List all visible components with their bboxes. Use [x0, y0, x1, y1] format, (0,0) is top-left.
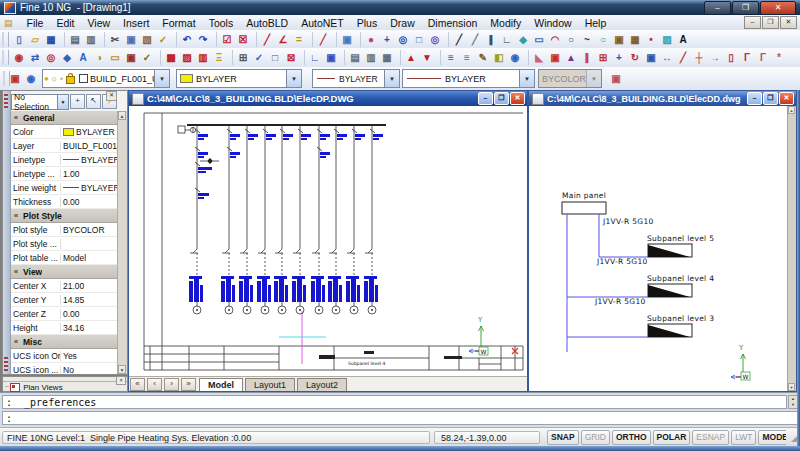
- selection-combo[interactable]: No Selection ▼: [11, 94, 69, 110]
- property-header[interactable]: «Misc: [11, 335, 118, 349]
- tab-model[interactable]: Model: [199, 378, 243, 391]
- menu-dimension[interactable]: Dimension: [421, 17, 484, 29]
- level-down-icon[interactable]: ▼: [419, 51, 435, 65]
- region-icon[interactable]: ⊠: [283, 51, 299, 65]
- move-icon[interactable]: +: [611, 51, 627, 65]
- offset-icon[interactable]: ∥: [579, 51, 595, 65]
- mirror-icon[interactable]: ▲: [563, 51, 579, 65]
- plan-views-item[interactable]: ┈ Plan Views: [3, 382, 127, 392]
- color-combo[interactable]: BYLAYER ▼: [176, 69, 302, 88]
- text-style-icon[interactable]: A: [75, 51, 91, 65]
- toolbar-grip[interactable]: [2, 32, 9, 47]
- color-table-icon[interactable]: ▣: [608, 71, 624, 85]
- tab-prev-button[interactable]: ‹: [147, 378, 162, 391]
- zoom-window-icon[interactable]: □: [411, 32, 427, 46]
- menu-format[interactable]: Format: [156, 17, 202, 29]
- scroll-down-icon[interactable]: ▼: [788, 383, 795, 391]
- menu-view[interactable]: View: [81, 17, 117, 29]
- menu-plus[interactable]: Plus: [350, 17, 383, 29]
- property-row[interactable]: «UCS icon OnYes: [11, 349, 118, 363]
- selection-combo-arrow[interactable]: ▼: [57, 95, 68, 109]
- make-block-icon[interactable]: ▦: [627, 32, 643, 46]
- linetype-combo[interactable]: BYLAYER ▼: [312, 69, 400, 88]
- menu-autobld[interactable]: AutoBLD: [240, 17, 295, 29]
- property-header[interactable]: «Plot Style: [11, 209, 118, 223]
- layer-isolate-icon[interactable]: ✎: [475, 51, 491, 65]
- print-preview-icon[interactable]: ▥: [83, 32, 99, 46]
- redraw-icon[interactable]: ◉: [11, 51, 27, 65]
- copy-object-icon[interactable]: ▣: [547, 51, 563, 65]
- doc2-scrollbar[interactable]: ▲ ▼: [787, 106, 796, 391]
- tab-layout2[interactable]: Layout2: [297, 378, 347, 391]
- menu-edit[interactable]: Edit: [50, 17, 81, 29]
- layers-dialog-icon[interactable]: ≡: [443, 51, 459, 65]
- lineweight-combo-arrow[interactable]: ▼: [519, 70, 534, 87]
- dim-baseline-icon[interactable]: =: [291, 32, 307, 46]
- toggle-ortho[interactable]: ORTHO: [612, 430, 651, 445]
- redo-icon[interactable]: ↷: [195, 32, 211, 46]
- check-drawing-icon[interactable]: ☑: [219, 32, 235, 46]
- level-up-icon[interactable]: ▲: [403, 51, 419, 65]
- doc2-minimize-button[interactable]: –: [747, 92, 762, 105]
- menu-modify[interactable]: Modify: [484, 17, 528, 29]
- color-combo-arrow[interactable]: ▼: [286, 70, 301, 87]
- maximize-button[interactable]: ❐: [732, 1, 759, 15]
- double-line-icon[interactable]: ∥: [483, 32, 499, 46]
- ucs-icon[interactable]: ∟: [307, 51, 323, 65]
- rotate-icon[interactable]: ↻: [627, 51, 643, 65]
- layer-on-icon[interactable]: ●: [44, 74, 49, 83]
- table-icon[interactable]: ⊞: [235, 51, 251, 65]
- property-row[interactable]: «LayerBUILD_FL001_: [11, 139, 118, 153]
- doc2-maximize-button[interactable]: ❐: [763, 92, 778, 105]
- render-icon[interactable]: ◑: [91, 51, 107, 65]
- break-icon[interactable]: ▯: [723, 51, 739, 65]
- command-input[interactable]: :: [2, 411, 798, 425]
- doc2-canvas[interactable]: Main panel J1VV-R 5G10 Subpanel level 5 …: [529, 106, 788, 391]
- layer-match-icon[interactable]: ◉: [507, 51, 523, 65]
- toggle-grid[interactable]: GRID: [581, 430, 610, 445]
- polyline-icon[interactable]: ∟: [499, 32, 515, 46]
- property-row[interactable]: «Center Z0.00: [11, 307, 118, 321]
- copy-icon[interactable]: ▣: [123, 32, 139, 46]
- close-button[interactable]: ✕: [760, 1, 796, 15]
- image-frame-icon[interactable]: ▥: [195, 51, 211, 65]
- layout-icon[interactable]: ▤: [347, 51, 363, 65]
- tab-first-button[interactable]: «: [130, 378, 145, 391]
- ellipse-icon[interactable]: ○: [595, 32, 611, 46]
- drawing-menu-icon[interactable]: ▤: [4, 18, 15, 28]
- minimize-button[interactable]: –: [704, 1, 731, 15]
- lengthen-icon[interactable]: ╱: [675, 51, 691, 65]
- scroll-down-icon[interactable]: ▼: [118, 365, 126, 374]
- trim-icon[interactable]: ┼: [691, 51, 707, 65]
- layer-combo[interactable]: ● ☼ ▪ BUILD_FL001_US ▼: [42, 69, 170, 88]
- viewports-icon[interactable]: ▣: [339, 32, 355, 46]
- 3d-views-icon[interactable]: ◆: [59, 51, 75, 65]
- scroll-down-icon[interactable]: ▼: [789, 402, 797, 408]
- doc2-title-bar[interactable]: C:\4M\CALC\8_3_BUILDING.BLD\ElecDD.dwg –…: [529, 91, 796, 106]
- property-row[interactable]: «Plot style ...: [11, 237, 118, 251]
- tab-layout1[interactable]: Layout1: [245, 378, 295, 391]
- property-row[interactable]: «Thickness0.00: [11, 195, 118, 209]
- page-setup-icon[interactable]: ▥: [363, 51, 379, 65]
- property-row[interactable]: «Center X21.00: [11, 279, 118, 293]
- mdi-restore-button[interactable]: ❐: [762, 16, 779, 29]
- menu-file[interactable]: File: [20, 17, 50, 29]
- doc1-close-button[interactable]: ✕: [510, 92, 525, 105]
- lights-icon[interactable]: ▭: [107, 51, 123, 65]
- cut-icon[interactable]: ✂: [107, 32, 123, 46]
- chamfer-icon[interactable]: Γ: [739, 51, 755, 65]
- rectangle-icon[interactable]: ▭: [531, 32, 547, 46]
- property-row[interactable]: «ColorBYLAYER: [11, 125, 118, 139]
- scroll-up-icon[interactable]: ▲: [788, 106, 795, 114]
- insert-block-icon[interactable]: ▣: [611, 32, 627, 46]
- tab-next-button[interactable]: ›: [164, 378, 179, 391]
- viewport-single-icon[interactable]: □: [267, 51, 283, 65]
- undo-icon[interactable]: ↶: [179, 32, 195, 46]
- toggle-lwt[interactable]: LWT: [731, 430, 756, 445]
- text-icon[interactable]: A: [675, 32, 691, 46]
- regen-icon[interactable]: ⇄: [27, 51, 43, 65]
- erase-icon[interactable]: ◣: [531, 51, 547, 65]
- print-icon[interactable]: ▤: [67, 32, 83, 46]
- layer-freeze-icon[interactable]: ◧: [491, 51, 507, 65]
- stretch-icon[interactable]: ↔: [659, 51, 675, 65]
